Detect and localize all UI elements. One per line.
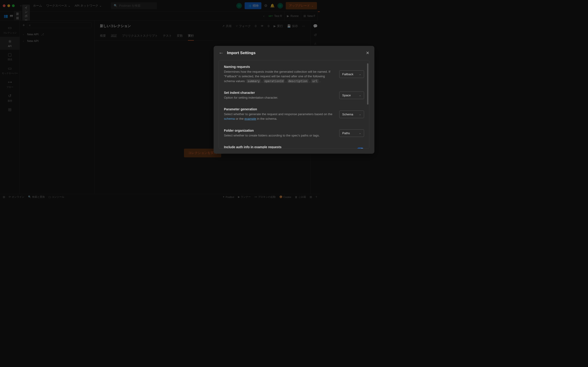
setting-title: Naming requests: [224, 65, 320, 69]
setting-title: Parameter generation: [224, 107, 320, 111]
modal-title: Import Settings: [227, 51, 256, 55]
schema-link[interactable]: schema: [224, 117, 235, 120]
setting-folder-org: Folder organization Select whether to cr…: [224, 125, 320, 142]
modal-back-icon[interactable]: ←: [219, 50, 224, 56]
setting-desc: Option for setting indentation character…: [224, 95, 320, 100]
setting-desc: Select whether to generate the request a…: [224, 112, 320, 121]
import-settings-modal: ← Import Settings ✕ Naming requests Dete…: [214, 46, 320, 154]
setting-title: Folder organization: [224, 129, 320, 132]
example-link[interactable]: example: [244, 117, 256, 120]
setting-title: Include auth info in example requests: [224, 145, 320, 149]
setting-indent: Set indent character Option for setting …: [224, 87, 320, 104]
setting-include-auth: Include auth info in example requests Se…: [224, 142, 320, 149]
setting-param-gen: Parameter generation Select whether to g…: [224, 104, 320, 125]
setting-title: Set indent character: [224, 91, 320, 94]
setting-desc: Select whether to create folders accordi…: [224, 133, 320, 138]
setting-naming-requests: Naming requests Determines how the reque…: [224, 61, 320, 87]
setting-desc: Determines how the requests inside the g…: [224, 69, 320, 83]
